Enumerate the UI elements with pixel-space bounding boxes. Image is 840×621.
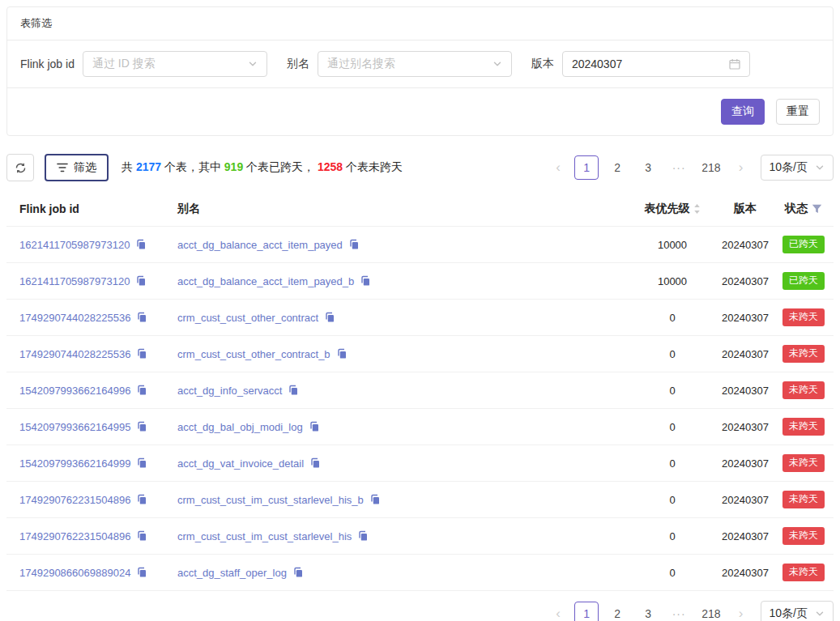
alias-link[interactable]: acct_dg_staff_oper_log (177, 567, 287, 579)
copy-icon[interactable] (136, 530, 147, 542)
prev-page-button[interactable]: ‹ (548, 155, 568, 180)
copy-icon[interactable] (136, 567, 147, 578)
page-button-3[interactable]: 3 (636, 602, 660, 621)
pagination-bottom: ‹123···218›10条/页 (548, 601, 834, 621)
job-id-link[interactable]: 1621411705987973120 (19, 275, 130, 287)
copy-icon[interactable] (136, 348, 147, 359)
job-id-link[interactable]: 1621411705987973120 (19, 239, 130, 251)
copy-icon[interactable] (309, 457, 321, 469)
version-value: 20240307 (717, 421, 774, 433)
page-button-3[interactable]: 3 (636, 155, 660, 180)
uncrossed-count: 1258 (318, 160, 343, 173)
header-priority[interactable]: 表优先级 (628, 202, 717, 216)
version-date-value: 20240307 (572, 57, 622, 70)
bottom-bar: ‹123···218›10条/页 (6, 601, 834, 621)
copy-icon[interactable] (288, 385, 299, 396)
page-button-218[interactable]: 218 (697, 602, 724, 621)
version-value: 20240307 (717, 239, 774, 251)
alias-link[interactable]: crm_cust_cust_other_contract (177, 312, 318, 324)
copy-icon[interactable] (135, 239, 147, 250)
priority-value: 10000 (628, 275, 717, 287)
status-badge: 已跨天 (782, 236, 825, 253)
table-row: 1542097993662164995 acct_dg_bal_obj_modi… (6, 409, 834, 445)
version-value: 20240307 (717, 457, 774, 470)
reset-button[interactable]: 重置 (776, 99, 820, 125)
alias-filter-field: 别名 通过别名搜索 (287, 51, 512, 77)
table-row: 1749290744028225536 crm_cust_cust_other_… (6, 336, 834, 372)
page-button-1[interactable]: 1 (574, 602, 599, 621)
alias-link[interactable]: acct_dg_vat_invoice_detail (177, 457, 304, 470)
chevron-down-icon (248, 59, 258, 69)
alias-link[interactable]: crm_cust_cust_other_contract_b (177, 348, 330, 360)
page-size-select[interactable]: 10条/页 (761, 601, 834, 621)
table-row: 1749290762231504896 crm_cust_cust_im_cus… (6, 482, 834, 518)
copy-icon[interactable] (324, 312, 335, 323)
job-id-link[interactable]: 1749290866069889024 (19, 567, 130, 579)
copy-icon[interactable] (136, 312, 147, 323)
filter-button-label: 筛选 (74, 160, 96, 175)
stats-text: 个表，其中 (161, 160, 224, 173)
page-button-2[interactable]: 2 (605, 155, 629, 180)
table-row: 1542097993662164996 acct_dg_info_servacc… (6, 372, 834, 409)
copy-icon[interactable] (136, 494, 147, 505)
filter-toggle-button[interactable]: 筛选 (45, 154, 109, 181)
job-id-link[interactable]: 1542097993662164995 (19, 421, 130, 433)
priority-value: 10000 (628, 239, 717, 251)
alias-link[interactable]: crm_cust_cust_im_cust_starlevel_his_b (177, 494, 364, 506)
table-row: 1542097993662164999 acct_dg_vat_invoice_… (6, 445, 834, 482)
alias-link[interactable]: acct_dg_bal_obj_modi_log (177, 421, 303, 433)
alias-link[interactable]: acct_dg_balance_acct_item_payed (177, 239, 343, 251)
status-badge: 已跨天 (782, 272, 825, 290)
data-table: Flink job id 别名 表优先级 版本 状态 1 (6, 191, 834, 591)
sort-carets-icon[interactable] (693, 203, 701, 215)
job-id-link[interactable]: 1542097993662164999 (19, 457, 130, 470)
copy-icon[interactable] (369, 494, 381, 505)
filter-card: 表筛选 Flink job id 通过 ID 搜索 别名 通过别名搜索 (6, 6, 834, 136)
alias-link[interactable]: acct_dg_balance_acct_item_payed_b (177, 275, 354, 287)
table-body: 1621411705987973120 acct_dg_balance_acct… (6, 227, 834, 591)
copy-icon[interactable] (292, 567, 304, 578)
filter-card-title: 表筛选 (7, 7, 833, 40)
copy-icon[interactable] (136, 421, 147, 432)
status-badge: 未跨天 (782, 454, 825, 472)
funnel-icon[interactable] (812, 204, 822, 214)
refresh-icon (15, 162, 27, 174)
table-stats: 共 2177 个表，其中 919 个表已跨天， 1258 个表未跨天 (122, 160, 403, 175)
alias-link[interactable]: acct_dg_info_servacct (177, 385, 282, 397)
jobid-filter-field: Flink job id 通过 ID 搜索 (20, 51, 267, 77)
copy-icon[interactable] (360, 275, 371, 287)
alias-filter-select[interactable]: 通过别名搜索 (318, 51, 512, 77)
copy-icon[interactable] (309, 421, 320, 432)
copy-icon[interactable] (136, 457, 147, 469)
copy-icon[interactable] (336, 348, 348, 359)
copy-icon[interactable] (136, 385, 147, 396)
job-id-link[interactable]: 1542097993662164996 (19, 385, 130, 397)
job-id-link[interactable]: 1749290762231504896 (19, 530, 130, 542)
next-page-button[interactable]: › (731, 602, 751, 621)
page-button-1[interactable]: 1 (574, 155, 599, 180)
status-badge: 未跨天 (782, 381, 825, 399)
prev-page-button[interactable]: ‹ (548, 602, 568, 621)
page-ellipsis[interactable]: ··· (667, 155, 691, 180)
job-id-link[interactable]: 1749290744028225536 (19, 348, 130, 360)
refresh-button[interactable] (6, 154, 34, 181)
jobid-filter-select[interactable]: 通过 ID 搜索 (83, 51, 267, 77)
page-button-2[interactable]: 2 (605, 602, 629, 621)
page-size-select[interactable]: 10条/页 (761, 155, 834, 181)
copy-icon[interactable] (135, 275, 147, 287)
version-value: 20240307 (717, 348, 774, 360)
job-id-link[interactable]: 1749290762231504896 (19, 494, 130, 506)
copy-icon[interactable] (348, 239, 360, 250)
alias-link[interactable]: crm_cust_cust_im_cust_starlevel_his (177, 530, 352, 542)
query-button[interactable]: 查询 (721, 99, 765, 125)
next-page-button[interactable]: › (731, 155, 751, 180)
chevron-down-icon (815, 609, 825, 619)
alias-filter-placeholder: 通过别名搜索 (327, 57, 395, 71)
job-id-link[interactable]: 1749290744028225536 (19, 312, 130, 324)
page-button-218[interactable]: 218 (697, 155, 724, 180)
version-value: 20240307 (717, 312, 774, 324)
version-date-input[interactable]: 20240307 (562, 51, 750, 77)
copy-icon[interactable] (357, 530, 369, 542)
page-ellipsis[interactable]: ··· (667, 602, 691, 621)
header-status: 状态 (774, 202, 834, 216)
